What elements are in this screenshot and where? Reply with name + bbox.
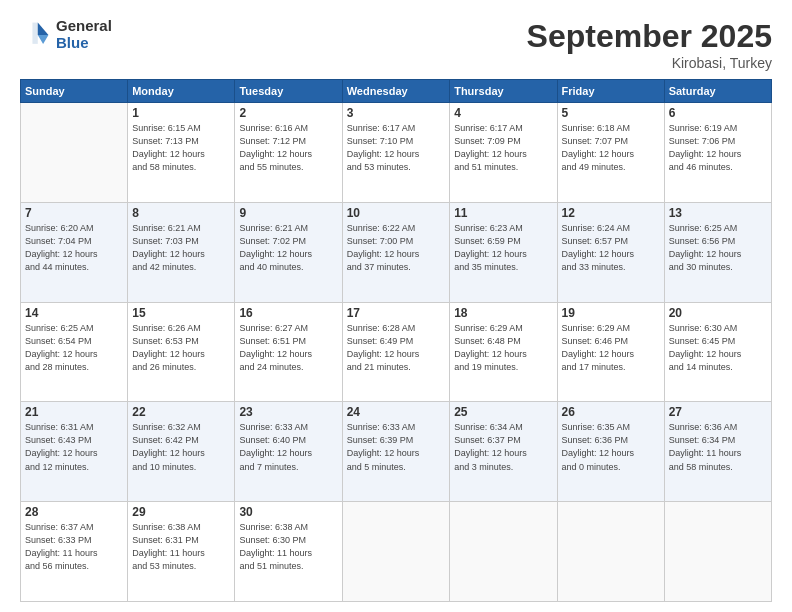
- day-number: 23: [239, 405, 337, 419]
- day-info: Sunrise: 6:38 AM Sunset: 6:30 PM Dayligh…: [239, 521, 337, 573]
- day-number: 1: [132, 106, 230, 120]
- day-number: 21: [25, 405, 123, 419]
- calendar-cell: 14Sunrise: 6:25 AM Sunset: 6:54 PM Dayli…: [21, 302, 128, 402]
- day-info: Sunrise: 6:15 AM Sunset: 7:13 PM Dayligh…: [132, 122, 230, 174]
- calendar-cell: 4Sunrise: 6:17 AM Sunset: 7:09 PM Daylig…: [450, 103, 557, 203]
- calendar-header-friday: Friday: [557, 80, 664, 103]
- calendar: SundayMondayTuesdayWednesdayThursdayFrid…: [20, 79, 772, 602]
- day-info: Sunrise: 6:25 AM Sunset: 6:54 PM Dayligh…: [25, 322, 123, 374]
- calendar-week-row: 28Sunrise: 6:37 AM Sunset: 6:33 PM Dayli…: [21, 502, 772, 602]
- day-number: 19: [562, 306, 660, 320]
- day-info: Sunrise: 6:17 AM Sunset: 7:10 PM Dayligh…: [347, 122, 445, 174]
- calendar-cell: 28Sunrise: 6:37 AM Sunset: 6:33 PM Dayli…: [21, 502, 128, 602]
- calendar-cell: 1Sunrise: 6:15 AM Sunset: 7:13 PM Daylig…: [128, 103, 235, 203]
- day-info: Sunrise: 6:26 AM Sunset: 6:53 PM Dayligh…: [132, 322, 230, 374]
- day-info: Sunrise: 6:17 AM Sunset: 7:09 PM Dayligh…: [454, 122, 552, 174]
- day-info: Sunrise: 6:18 AM Sunset: 7:07 PM Dayligh…: [562, 122, 660, 174]
- calendar-cell: 18Sunrise: 6:29 AM Sunset: 6:48 PM Dayli…: [450, 302, 557, 402]
- day-number: 27: [669, 405, 767, 419]
- day-number: 10: [347, 206, 445, 220]
- svg-marker-1: [38, 35, 49, 44]
- calendar-cell: 2Sunrise: 6:16 AM Sunset: 7:12 PM Daylig…: [235, 103, 342, 203]
- calendar-cell: 27Sunrise: 6:36 AM Sunset: 6:34 PM Dayli…: [664, 402, 771, 502]
- page: General Blue September 2025 Kirobasi, Tu…: [0, 0, 792, 612]
- day-number: 11: [454, 206, 552, 220]
- day-number: 25: [454, 405, 552, 419]
- day-number: 26: [562, 405, 660, 419]
- calendar-cell: 6Sunrise: 6:19 AM Sunset: 7:06 PM Daylig…: [664, 103, 771, 203]
- logo-text: General Blue: [56, 18, 112, 51]
- calendar-week-row: 7Sunrise: 6:20 AM Sunset: 7:04 PM Daylig…: [21, 202, 772, 302]
- day-info: Sunrise: 6:20 AM Sunset: 7:04 PM Dayligh…: [25, 222, 123, 274]
- calendar-cell: 16Sunrise: 6:27 AM Sunset: 6:51 PM Dayli…: [235, 302, 342, 402]
- logo-blue: Blue: [56, 35, 112, 52]
- day-info: Sunrise: 6:36 AM Sunset: 6:34 PM Dayligh…: [669, 421, 767, 473]
- day-info: Sunrise: 6:29 AM Sunset: 6:48 PM Dayligh…: [454, 322, 552, 374]
- calendar-cell: [557, 502, 664, 602]
- day-info: Sunrise: 6:35 AM Sunset: 6:36 PM Dayligh…: [562, 421, 660, 473]
- day-info: Sunrise: 6:38 AM Sunset: 6:31 PM Dayligh…: [132, 521, 230, 573]
- calendar-cell: 3Sunrise: 6:17 AM Sunset: 7:10 PM Daylig…: [342, 103, 449, 203]
- day-number: 30: [239, 505, 337, 519]
- day-info: Sunrise: 6:33 AM Sunset: 6:40 PM Dayligh…: [239, 421, 337, 473]
- day-number: 8: [132, 206, 230, 220]
- calendar-cell: 8Sunrise: 6:21 AM Sunset: 7:03 PM Daylig…: [128, 202, 235, 302]
- day-info: Sunrise: 6:28 AM Sunset: 6:49 PM Dayligh…: [347, 322, 445, 374]
- day-number: 28: [25, 505, 123, 519]
- calendar-week-row: 14Sunrise: 6:25 AM Sunset: 6:54 PM Dayli…: [21, 302, 772, 402]
- calendar-cell: [342, 502, 449, 602]
- day-number: 18: [454, 306, 552, 320]
- calendar-header-wednesday: Wednesday: [342, 80, 449, 103]
- calendar-cell: 5Sunrise: 6:18 AM Sunset: 7:07 PM Daylig…: [557, 103, 664, 203]
- day-info: Sunrise: 6:37 AM Sunset: 6:33 PM Dayligh…: [25, 521, 123, 573]
- calendar-header-saturday: Saturday: [664, 80, 771, 103]
- calendar-cell: [450, 502, 557, 602]
- location: Kirobasi, Turkey: [527, 55, 772, 71]
- day-info: Sunrise: 6:29 AM Sunset: 6:46 PM Dayligh…: [562, 322, 660, 374]
- calendar-cell: [664, 502, 771, 602]
- day-info: Sunrise: 6:30 AM Sunset: 6:45 PM Dayligh…: [669, 322, 767, 374]
- calendar-cell: 22Sunrise: 6:32 AM Sunset: 6:42 PM Dayli…: [128, 402, 235, 502]
- calendar-cell: 12Sunrise: 6:24 AM Sunset: 6:57 PM Dayli…: [557, 202, 664, 302]
- calendar-cell: 20Sunrise: 6:30 AM Sunset: 6:45 PM Dayli…: [664, 302, 771, 402]
- logo: General Blue: [20, 18, 112, 51]
- day-info: Sunrise: 6:24 AM Sunset: 6:57 PM Dayligh…: [562, 222, 660, 274]
- calendar-cell: 9Sunrise: 6:21 AM Sunset: 7:02 PM Daylig…: [235, 202, 342, 302]
- calendar-cell: 19Sunrise: 6:29 AM Sunset: 6:46 PM Dayli…: [557, 302, 664, 402]
- calendar-cell: 29Sunrise: 6:38 AM Sunset: 6:31 PM Dayli…: [128, 502, 235, 602]
- day-number: 2: [239, 106, 337, 120]
- day-number: 29: [132, 505, 230, 519]
- calendar-header-tuesday: Tuesday: [235, 80, 342, 103]
- day-number: 14: [25, 306, 123, 320]
- calendar-cell: 7Sunrise: 6:20 AM Sunset: 7:04 PM Daylig…: [21, 202, 128, 302]
- svg-marker-2: [32, 22, 37, 43]
- day-number: 17: [347, 306, 445, 320]
- day-number: 7: [25, 206, 123, 220]
- logo-general: General: [56, 18, 112, 35]
- calendar-cell: 13Sunrise: 6:25 AM Sunset: 6:56 PM Dayli…: [664, 202, 771, 302]
- calendar-header-sunday: Sunday: [21, 80, 128, 103]
- day-info: Sunrise: 6:21 AM Sunset: 7:02 PM Dayligh…: [239, 222, 337, 274]
- day-info: Sunrise: 6:31 AM Sunset: 6:43 PM Dayligh…: [25, 421, 123, 473]
- day-number: 5: [562, 106, 660, 120]
- day-info: Sunrise: 6:27 AM Sunset: 6:51 PM Dayligh…: [239, 322, 337, 374]
- calendar-cell: 17Sunrise: 6:28 AM Sunset: 6:49 PM Dayli…: [342, 302, 449, 402]
- svg-marker-0: [38, 22, 49, 34]
- calendar-cell: 21Sunrise: 6:31 AM Sunset: 6:43 PM Dayli…: [21, 402, 128, 502]
- day-info: Sunrise: 6:16 AM Sunset: 7:12 PM Dayligh…: [239, 122, 337, 174]
- day-number: 3: [347, 106, 445, 120]
- title-block: September 2025 Kirobasi, Turkey: [527, 18, 772, 71]
- day-info: Sunrise: 6:22 AM Sunset: 7:00 PM Dayligh…: [347, 222, 445, 274]
- day-number: 6: [669, 106, 767, 120]
- day-number: 20: [669, 306, 767, 320]
- calendar-cell: 23Sunrise: 6:33 AM Sunset: 6:40 PM Dayli…: [235, 402, 342, 502]
- day-number: 9: [239, 206, 337, 220]
- calendar-header-monday: Monday: [128, 80, 235, 103]
- day-number: 4: [454, 106, 552, 120]
- calendar-cell: 24Sunrise: 6:33 AM Sunset: 6:39 PM Dayli…: [342, 402, 449, 502]
- calendar-header-thursday: Thursday: [450, 80, 557, 103]
- day-number: 15: [132, 306, 230, 320]
- calendar-cell: 11Sunrise: 6:23 AM Sunset: 6:59 PM Dayli…: [450, 202, 557, 302]
- calendar-cell: [21, 103, 128, 203]
- logo-icon: [20, 19, 52, 51]
